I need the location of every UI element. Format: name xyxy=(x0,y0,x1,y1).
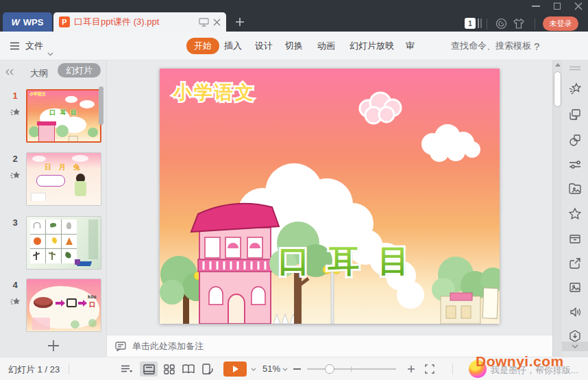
tab-review-truncated[interactable]: 审 xyxy=(406,32,415,60)
doc-stack-icon2 xyxy=(480,19,482,28)
slide-number: 4 xyxy=(8,280,22,290)
play-options-caret[interactable] xyxy=(251,368,256,371)
tab-outline[interactable]: 大纲 xyxy=(30,67,48,80)
slide-thumbnail-3[interactable]: 3 xyxy=(5,216,104,272)
picture-icon[interactable] xyxy=(568,281,582,294)
file-menu[interactable]: 文件 xyxy=(25,32,43,60)
slide-corner-text: 小学语文 xyxy=(173,82,256,103)
slide-panel: 大纲 幻灯片 1 小学语文 口 耳 目 2 日 月 兔 xyxy=(0,60,107,357)
minimize-button[interactable] xyxy=(532,5,540,7)
object-properties-icon[interactable] xyxy=(568,158,582,171)
wps-label: WPS xyxy=(23,17,44,27)
menu-hamburger-icon[interactable] xyxy=(10,42,20,50)
slide-number: 2 xyxy=(8,154,22,164)
maximize-button[interactable] xyxy=(554,3,561,10)
zoom-level[interactable]: 51% xyxy=(262,364,280,374)
statusbar-divider2 xyxy=(452,364,453,375)
document-tab-title: 口耳目ppt课件 (3).ppt xyxy=(74,16,195,28)
chevron-down-icon xyxy=(572,344,578,348)
wps-home-tab[interactable]: W WPS xyxy=(3,12,52,32)
slide-number: 3 xyxy=(8,217,22,228)
fit-to-window-button[interactable] xyxy=(425,364,434,374)
slide-2-preview[interactable]: 日 月 兔 xyxy=(26,152,101,206)
reading-view-button[interactable] xyxy=(180,361,197,377)
document-count-badge[interactable]: 1 xyxy=(465,18,476,29)
audio-icon[interactable] xyxy=(568,305,582,319)
thumb4-lips xyxy=(34,297,53,308)
tab-insert[interactable]: 插入 xyxy=(224,32,242,60)
normal-view-button[interactable] xyxy=(140,361,158,377)
slide-thumbnail-2[interactable]: 2 日 月 兔 xyxy=(5,152,104,209)
new-tab-plus-icon[interactable] xyxy=(235,17,245,27)
thumb2-figure-body xyxy=(75,181,86,196)
scroll-up-arrow[interactable] xyxy=(555,63,561,67)
shapes-icon[interactable] xyxy=(568,133,582,147)
ppt-file-icon: P xyxy=(59,16,70,27)
statusbar: 幻灯片 1 / 23 51% 我是墨仔，帮你排版... Downyi.com xyxy=(0,357,588,380)
smart-effects-icon[interactable] xyxy=(568,82,582,96)
material-box-icon[interactable] xyxy=(568,232,582,246)
thumb1-corner-text: 小学语文 xyxy=(29,91,46,97)
slide-4-preview[interactable]: kǒu 口 xyxy=(26,278,101,332)
slide-canvas[interactable]: 小学语文 口 耳 目 口 耳 目 xyxy=(160,69,500,324)
zoom-out-button[interactable] xyxy=(293,368,301,370)
search-input[interactable]: 查找命令、搜索模板 xyxy=(451,32,531,60)
close-window-button[interactable] xyxy=(574,2,583,10)
slide-editor-area[interactable]: 小学语文 口 耳 目 口 耳 目 xyxy=(107,60,552,335)
right-toolbar xyxy=(562,60,588,357)
download-template-icon[interactable] xyxy=(568,329,582,343)
play-icon xyxy=(233,366,238,372)
file-menu-caret-icon[interactable] xyxy=(47,52,53,56)
tab-transition[interactable]: 切换 xyxy=(285,32,303,60)
statusbar-divider xyxy=(69,364,69,375)
theme-center-icon[interactable] xyxy=(495,18,507,29)
close-tab-icon[interactable] xyxy=(213,19,221,26)
rail-drag-handle[interactable] xyxy=(569,66,581,71)
scrollbar-thumb[interactable] xyxy=(554,71,561,107)
zoom-in-button[interactable] xyxy=(407,365,415,373)
titlebar-divider xyxy=(487,19,487,29)
zoom-slider-handle[interactable] xyxy=(325,364,334,374)
help-button[interactable]: ? xyxy=(534,32,539,60)
thumb4-arrow2 xyxy=(83,300,87,307)
zoom-caret-icon[interactable] xyxy=(282,368,288,371)
tab-design[interactable]: 设计 xyxy=(255,32,273,60)
zoom-slider-track[interactable] xyxy=(307,368,396,370)
thumb4-pinyin: kǒu xyxy=(88,294,96,299)
thumb2-speech-bubble xyxy=(36,175,65,187)
share-icon[interactable] xyxy=(568,257,582,270)
tab-slides[interactable]: 幻灯片 xyxy=(58,64,101,77)
document-tab[interactable]: P 口耳目ppt课件 (3).ppt xyxy=(53,12,226,32)
favorites-star-icon[interactable] xyxy=(568,207,582,221)
notes-placeholder: 单击此处添加备注 xyxy=(132,340,204,353)
doc-stack-icon xyxy=(478,19,479,28)
design-resources-icon[interactable] xyxy=(568,182,582,195)
tab-home[interactable]: 开始 xyxy=(186,32,219,60)
tab-animation[interactable]: 动画 xyxy=(317,32,335,60)
small-building xyxy=(441,293,480,324)
titlebar: W WPS P 口耳目ppt课件 (3).ppt 1 未登录 xyxy=(0,0,588,32)
collapse-panel-icon[interactable] xyxy=(5,69,14,75)
tab-slideshow[interactable]: 幻灯片放映 xyxy=(350,32,394,60)
slide-thumbnail-4[interactable]: 4 kǒu 口 xyxy=(5,278,104,335)
vertical-scrollbar[interactable] xyxy=(552,60,562,357)
slide-sorter-button[interactable] xyxy=(160,361,178,377)
slide-title-text[interactable]: 口 耳 目 xyxy=(278,243,415,278)
play-slideshow-button[interactable] xyxy=(223,361,247,377)
panel-scrollbar-thumb[interactable] xyxy=(99,86,103,125)
switch-slide-icon[interactable] xyxy=(568,108,582,121)
notes-toggle-button[interactable] xyxy=(118,361,136,377)
rail-collapse-button[interactable] xyxy=(562,342,588,351)
login-button[interactable]: 未登录 xyxy=(543,16,578,31)
remote-play-button[interactable] xyxy=(198,361,216,377)
site-watermark: Downyi.com xyxy=(476,353,564,370)
slide-number: 1 xyxy=(8,91,22,101)
add-slide-button[interactable] xyxy=(47,339,60,353)
projection-icon[interactable] xyxy=(199,18,209,27)
thumb3-vertical-text xyxy=(88,219,98,259)
skin-tshirt-icon[interactable] xyxy=(513,18,525,29)
animation-star-icon xyxy=(8,108,22,117)
slide-3-preview[interactable] xyxy=(26,216,101,270)
slide-thumbnail-1[interactable]: 1 小学语文 口 耳 目 xyxy=(5,89,104,145)
slide-1-preview[interactable]: 小学语文 口 耳 目 xyxy=(26,89,101,143)
